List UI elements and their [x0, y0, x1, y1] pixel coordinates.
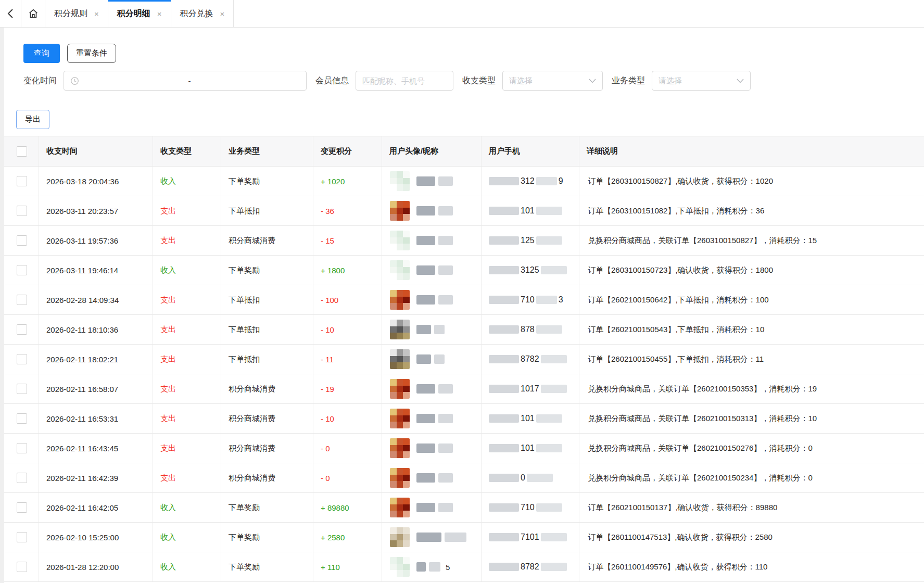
cell-phone: 101 [482, 434, 579, 463]
cell-avatar-nick [382, 315, 482, 344]
avatar-pixel [390, 237, 397, 244]
phone-blur-block [536, 177, 557, 185]
avatar-pixel [403, 201, 410, 208]
avatar-pixel [397, 237, 403, 244]
query-button[interactable]: 查询 [23, 44, 60, 63]
biz-type-select[interactable]: 请选择 [652, 71, 751, 91]
row-checkbox[interactable] [17, 235, 27, 246]
avatar-pixel [403, 178, 410, 185]
cell-checkbox [4, 374, 39, 403]
cell-biz-type: 下单奖励 [221, 256, 313, 285]
avatar-pixel [403, 231, 410, 237]
row-checkbox[interactable] [17, 413, 27, 424]
close-icon[interactable]: × [157, 9, 162, 18]
tab-points-details[interactable]: 积分明细 × [108, 0, 171, 27]
avatar-pixel [397, 349, 403, 356]
nickname-blur-block [416, 384, 435, 394]
phone-visible-digits: 710 [520, 295, 535, 305]
back-button[interactable] [0, 0, 21, 27]
avatar-pixel [390, 498, 397, 504]
export-button[interactable]: 导出 [16, 110, 49, 129]
avatar-pixel [403, 362, 410, 369]
avatar-pixel [390, 208, 397, 214]
avatar-pixel [403, 564, 410, 571]
phone-blur-block [536, 325, 562, 334]
col-header-phone: 用户手机 [482, 136, 579, 166]
nickname-blur-block [416, 443, 435, 453]
avatar-pixel [403, 415, 410, 422]
tab-points-rules[interactable]: 积分规则 × [45, 0, 108, 27]
tab-bar: 积分规则 × 积分明细 × 积分兑换 × [0, 0, 924, 28]
avatar-pixel [403, 409, 410, 415]
nickname-blur-block [416, 295, 435, 305]
row-checkbox[interactable] [17, 206, 27, 216]
row-checkbox[interactable] [17, 443, 27, 453]
close-icon[interactable]: × [220, 9, 225, 18]
avatar-pixel [403, 260, 410, 267]
cell-points: - 0 [313, 463, 382, 492]
select-all-checkbox[interactable] [17, 146, 27, 157]
avatar-pixel [403, 422, 410, 428]
row-checkbox[interactable] [17, 502, 27, 513]
nickname-blur-block [429, 562, 440, 572]
tab-label: 积分规则 [54, 8, 87, 19]
row-checkbox[interactable] [17, 562, 27, 572]
nickname-blur-block [416, 562, 426, 572]
col-header-io: 收支类型 [153, 136, 221, 166]
reset-conditions-button[interactable]: 重置条件 [67, 44, 116, 63]
avatar-pixel [403, 171, 410, 178]
close-icon[interactable]: × [94, 9, 99, 18]
row-checkbox[interactable] [17, 176, 27, 186]
phone-blur-block [489, 325, 519, 334]
row-checkbox[interactable] [17, 265, 27, 275]
phone-blur-block [489, 296, 519, 304]
user-avatar [390, 260, 410, 280]
cell-checkbox [4, 493, 39, 522]
avatar-pixel [397, 527, 403, 534]
avatar-pixel [390, 362, 397, 369]
phone-visible-digits: 878 [520, 325, 535, 334]
cell-points: - 10 [313, 404, 382, 433]
date-range-input[interactable]: - [64, 71, 307, 91]
home-tab[interactable] [21, 0, 45, 27]
phone-visible-digits: 101 [520, 414, 535, 423]
avatar-pixel [390, 475, 397, 481]
member-search-input[interactable] [356, 71, 453, 91]
cell-avatar-nick [382, 167, 482, 196]
avatar-pixel [403, 498, 410, 504]
io-type-select[interactable]: 请选择 [502, 71, 603, 91]
avatar-pixel [390, 534, 397, 541]
row-checkbox[interactable] [17, 532, 27, 542]
row-checkbox[interactable] [17, 354, 27, 364]
nickname-blur-block [434, 325, 445, 334]
cell-biz-type: 积分商城消费 [221, 226, 313, 255]
phone-blur-block [536, 503, 562, 512]
cell-time: 2026-02-11 18:10:36 [39, 315, 153, 344]
cell-time: 2026-02-11 16:53:31 [39, 404, 153, 433]
cell-time: 2026-02-11 16:42:05 [39, 493, 153, 522]
avatar-pixel [397, 326, 403, 333]
cell-points: - 11 [313, 345, 382, 374]
user-avatar [390, 290, 410, 310]
phone-blur-block [489, 444, 519, 452]
row-checkbox[interactable] [17, 295, 27, 305]
cell-checkbox [4, 226, 39, 255]
avatar-pixel [397, 570, 403, 577]
user-avatar [390, 527, 410, 547]
avatar-pixel [390, 557, 397, 564]
avatar-pixel [397, 534, 403, 541]
avatar-pixel [403, 184, 410, 191]
cell-phone: 3129 [482, 167, 579, 196]
row-checkbox[interactable] [17, 473, 27, 483]
avatar-pixel [403, 527, 410, 534]
row-checkbox[interactable] [17, 384, 27, 394]
cell-points: - 100 [313, 285, 382, 314]
row-checkbox[interactable] [17, 324, 27, 335]
avatar-pixel [403, 208, 410, 214]
cell-checkbox [4, 315, 39, 344]
avatar-pixel [390, 201, 397, 208]
nickname-blur-block [416, 414, 435, 423]
tab-points-exchange[interactable]: 积分兑换 × [171, 0, 234, 27]
cell-biz-type: 下单奖励 [221, 552, 313, 581]
cell-phone: 8782 [482, 552, 579, 581]
